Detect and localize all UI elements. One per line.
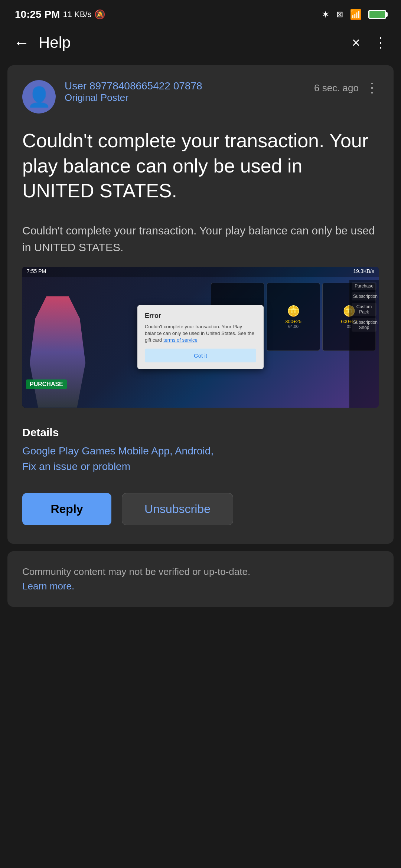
- post-body: Couldn't complete your transaction. Your…: [22, 222, 379, 256]
- shop-item-icon-2: 🪙: [287, 305, 300, 317]
- mute-icon: 🔕: [94, 9, 105, 20]
- back-button[interactable]: ←: [13, 34, 30, 51]
- screenshot-inner: 7:55 PM 19.3KB/s PURCHASE 🪙 60 60.00 🪙 3…: [22, 267, 379, 408]
- post-header: 👤 User 89778408665422 07878 Original Pos…: [22, 80, 379, 114]
- character-area: PURCHASE: [22, 289, 97, 408]
- app-bar: ← Help × ⋮: [0, 26, 401, 59]
- avatar-icon: 👤: [27, 86, 51, 108]
- status-left: 10:25 PM 11 KB/s 🔕: [15, 9, 105, 20]
- avatar: 👤: [22, 80, 56, 114]
- unsubscribe-button[interactable]: Unsubscribe: [122, 493, 233, 525]
- purchase-label: PURCHASE: [26, 379, 67, 389]
- status-bar: 10:25 PM 11 KB/s 🔕 ✶ ⊠ 📶: [0, 0, 401, 26]
- page-title: Help: [39, 34, 352, 52]
- action-buttons: Reply Unsubscribe: [22, 493, 379, 525]
- sidebar-subscription: Subscription: [352, 292, 376, 300]
- cast-icon: ⊠: [336, 10, 343, 19]
- shop-item-2: 🪙 300+25 64.00: [267, 283, 320, 351]
- character-body: [30, 296, 85, 408]
- details-section: Details Google Play Games Mobile App, An…: [22, 426, 379, 474]
- footer-disclaimer: Community content may not be verified or…: [7, 551, 394, 607]
- sidebar-purchase: Purchase: [352, 282, 376, 290]
- screenshot-image: 7:55 PM 19.3KB/s PURCHASE 🪙 60 60.00 🪙 3…: [22, 267, 379, 408]
- error-dialog-body: Couldn't complete your transaction. Your…: [145, 323, 256, 344]
- learn-more-link[interactable]: Learn more.: [22, 581, 74, 592]
- terms-of-service-link[interactable]: terms of service: [163, 337, 198, 343]
- screenshot-network: 19.3KB/s: [353, 268, 374, 276]
- time-display: 10:25 PM: [15, 9, 60, 20]
- reply-button[interactable]: Reply: [22, 493, 111, 525]
- post-header-right: 6 sec. ago: [314, 80, 379, 96]
- close-button[interactable]: ×: [352, 35, 360, 51]
- bluetooth-icon: ✶: [322, 9, 330, 20]
- screenshot-time: 7:55 PM: [27, 268, 46, 276]
- disclaimer-text: Community content may not be verified or…: [22, 565, 379, 594]
- username[interactable]: User 89778408665422 07878: [65, 80, 314, 92]
- app-bar-actions: × ⋮: [352, 34, 388, 51]
- error-dialog: Error Couldn't complete your transaction…: [137, 305, 264, 369]
- sidebar-custom-pack: Custom Pack: [352, 303, 376, 316]
- main-card: 👤 User 89778408665422 07878 Original Pos…: [7, 65, 394, 544]
- op-badge: Original Poster: [65, 92, 314, 103]
- post-timestamp: 6 sec. ago: [314, 82, 359, 94]
- status-right: ✶ ⊠ 📶: [322, 9, 386, 20]
- got-it-button[interactable]: Got it: [145, 349, 256, 362]
- screenshot-status-bar: 7:55 PM 19.3KB/s: [22, 267, 379, 277]
- shop-item-amount-2: 300+25: [285, 319, 301, 324]
- details-links[interactable]: Google Play Games Mobile App, Android, F…: [22, 443, 379, 474]
- shop-sidebar: Purchase Subscription Custom Pack Subscr…: [349, 280, 379, 408]
- wifi-icon: 📶: [350, 9, 362, 20]
- shop-item-price-2: 64.00: [288, 324, 299, 329]
- battery-icon: [368, 10, 386, 19]
- details-label: Details: [22, 426, 379, 439]
- post-title: Couldn't complete your transaction. Your…: [22, 128, 379, 204]
- sidebar-subscription-shop: Subscription Shop: [352, 318, 376, 332]
- post-meta: User 89778408665422 07878 Original Poste…: [65, 80, 314, 103]
- post-more-button[interactable]: [365, 80, 379, 96]
- more-options-button[interactable]: ⋮: [374, 34, 388, 51]
- error-dialog-title: Error: [145, 312, 256, 320]
- network-speed: 11 KB/s: [63, 10, 91, 19]
